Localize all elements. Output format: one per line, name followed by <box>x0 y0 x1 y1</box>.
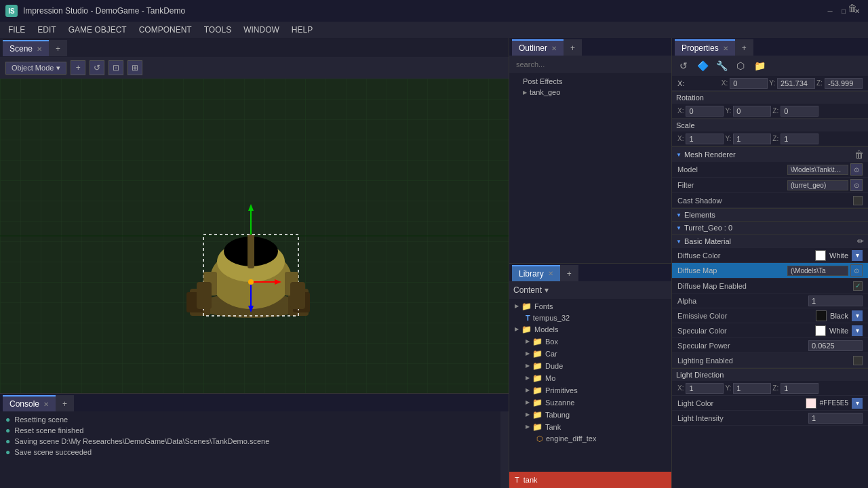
light-direction-header: Light Direction <box>672 368 868 381</box>
filter-link-button[interactable]: ⊙ <box>850 179 863 191</box>
diffuse-color-picker[interactable]: ▾ <box>852 250 863 261</box>
svg-rect-23 <box>197 282 212 309</box>
add-object-icon[interactable]: + <box>71 60 85 75</box>
lib-item-models[interactable]: ▶ 📁 Models <box>509 323 672 336</box>
lib-item-suzanne[interactable]: ▶ 📁 Suzanne <box>509 396 672 409</box>
outliner-tab-close[interactable]: ✕ <box>551 45 557 52</box>
emissive-color-text: Black <box>830 312 848 320</box>
properties-tab[interactable]: Properties ✕ <box>675 39 735 56</box>
select-icon[interactable]: ⊡ <box>108 60 123 75</box>
diffuse-color-swatch[interactable] <box>815 250 826 261</box>
pos-z-input[interactable] <box>825 78 863 89</box>
menu-help[interactable]: HELP <box>286 24 318 36</box>
console-tab[interactable]: Console ✕ <box>3 395 56 411</box>
library-tab[interactable]: Library ✕ <box>512 265 560 281</box>
add-viewport-tab[interactable]: + <box>49 40 67 56</box>
scale-y-input[interactable] <box>733 134 771 144</box>
content-arrow-icon[interactable]: ▾ <box>545 285 549 295</box>
car-triangle-icon: ▶ <box>526 350 530 357</box>
refresh-icon[interactable]: ↺ <box>90 60 104 75</box>
console-tab-close[interactable]: ✕ <box>43 401 49 408</box>
lib-item-dude[interactable]: ▶ 📁 Dude <box>509 360 672 372</box>
specular-color-label: Specular Color <box>677 327 815 335</box>
props-share-icon[interactable]: ⬡ <box>733 58 748 73</box>
outliner-tab[interactable]: Outliner ✕ <box>512 39 564 56</box>
turret-geo-header: ▼ Turret_Geo : 0 <box>672 221 868 234</box>
elements-label: Elements <box>684 211 715 219</box>
specular-power-input[interactable] <box>808 340 863 351</box>
scene-tab-close[interactable]: ✕ <box>37 45 42 53</box>
filter-label: Filter <box>677 181 787 189</box>
mesh-renderer-delete-icon[interactable]: 🗑 <box>854 149 864 160</box>
light-color-picker[interactable]: ▾ <box>852 398 863 409</box>
grid-icon[interactable]: ⊞ <box>127 60 142 75</box>
properties-tab-close[interactable]: ✕ <box>723 45 728 52</box>
library-tab-close[interactable]: ✕ <box>548 270 553 277</box>
props-reset-icon[interactable]: ↺ <box>676 58 691 73</box>
scene-tab[interactable]: Scene ✕ <box>3 40 49 56</box>
emissive-color-picker[interactable]: ▾ <box>852 310 863 321</box>
light-dir-z-input[interactable] <box>781 383 818 394</box>
add-outliner-tab[interactable]: + <box>564 39 582 56</box>
basic-material-edit-icon[interactable]: ✏ <box>857 237 864 246</box>
viewport-tab-bar: Scene ✕ + <box>0 38 509 57</box>
lib-item-mo[interactable]: ▶ 📁 Mo <box>509 372 672 384</box>
rot-z-input[interactable] <box>781 106 818 117</box>
specular-color-swatch[interactable] <box>815 325 826 336</box>
specular-color-picker[interactable]: ▾ <box>852 325 863 336</box>
menu-game-object[interactable]: GAME OBJECT <box>63 24 132 36</box>
lighting-enabled-checkbox[interactable] <box>853 356 863 365</box>
add-console-tab[interactable]: + <box>56 395 74 411</box>
menu-window[interactable]: WINDOW <box>238 24 285 36</box>
outliner-search-input[interactable] <box>512 57 669 72</box>
fonts-folder-icon: 📁 <box>521 302 532 311</box>
console-scrollbar[interactable] <box>500 411 509 488</box>
main-area: Scene ✕ + Object Mode ▾ + ↺ ⊡ ⊞ <box>0 38 868 488</box>
tree-item-post-effects[interactable]: Post Effects <box>509 76 672 87</box>
rot-x-input[interactable] <box>686 106 724 117</box>
mode-selector[interactable]: Object Mode ▾ <box>5 62 66 75</box>
light-intensity-input[interactable] <box>808 413 863 424</box>
fonts-label: Fonts <box>534 302 553 310</box>
light-color-swatch[interactable] <box>806 398 816 409</box>
position-row: X: X: Y: Z: <box>672 76 868 91</box>
viewport-canvas[interactable] <box>0 79 509 393</box>
cast-shadow-checkbox[interactable] <box>853 196 863 205</box>
menu-component[interactable]: COMPONENT <box>134 24 197 36</box>
alpha-input[interactable] <box>808 296 863 306</box>
add-library-tab[interactable]: + <box>560 265 578 281</box>
menu-edit[interactable]: EDIT <box>32 24 61 36</box>
lib-item-car[interactable]: ▶ 📁 Car <box>509 348 672 360</box>
lib-item-tabung[interactable]: ▶ 📁 Tabung <box>509 409 672 421</box>
library-bottom-icon: T <box>515 476 519 484</box>
lib-item-tempus32[interactable]: T tempus_32 <box>509 312 672 323</box>
lib-item-engine-diff[interactable]: ⬡ engine_diff_tex <box>509 433 672 445</box>
pos-x-input[interactable] <box>730 78 768 89</box>
props-info-icon[interactable]: 🔷 <box>695 58 710 73</box>
diffuse-map-enabled-checkbox[interactable]: ✓ <box>853 281 863 291</box>
minimize-button[interactable]: ─ <box>825 5 835 16</box>
menu-file[interactable]: FILE <box>3 24 31 36</box>
tree-item-tank-geo[interactable]: ▶ tank_geo <box>509 87 672 98</box>
rot-y-input[interactable] <box>733 106 771 117</box>
lib-item-box[interactable]: ▶ 📁 Box <box>509 336 672 348</box>
diffuse-map-link-button[interactable]: ⊙ <box>850 264 863 277</box>
lib-item-primitives[interactable]: ▶ 📁 Primitives <box>509 384 672 396</box>
menu-tools[interactable]: TOOLS <box>199 24 237 36</box>
lib-item-fonts[interactable]: ▶ 📁 Fonts <box>509 300 672 312</box>
add-properties-tab[interactable]: + <box>735 39 753 56</box>
pos-y-input[interactable] <box>777 78 815 89</box>
scale-z-input[interactable] <box>781 134 818 144</box>
model-link-button[interactable]: ⊙ <box>850 163 863 176</box>
basic-material-triangle-icon: ▼ <box>676 239 682 245</box>
tank-geo-triangle-icon: ▶ <box>523 89 527 96</box>
light-dir-x-input[interactable] <box>686 383 724 394</box>
emissive-color-swatch[interactable] <box>816 310 827 321</box>
model-row: Model \Models\Tank\tank ⊙ <box>672 162 868 178</box>
lib-item-tank[interactable]: ▶ 📁 Tank <box>509 421 672 433</box>
scale-x-input[interactable] <box>686 134 724 144</box>
props-tools-icon[interactable]: 🔧 <box>714 58 729 73</box>
light-dir-y-input[interactable] <box>733 383 771 394</box>
specular-color-value: White ▾ <box>815 325 863 336</box>
props-folder-icon[interactable]: 📁 <box>752 58 767 73</box>
